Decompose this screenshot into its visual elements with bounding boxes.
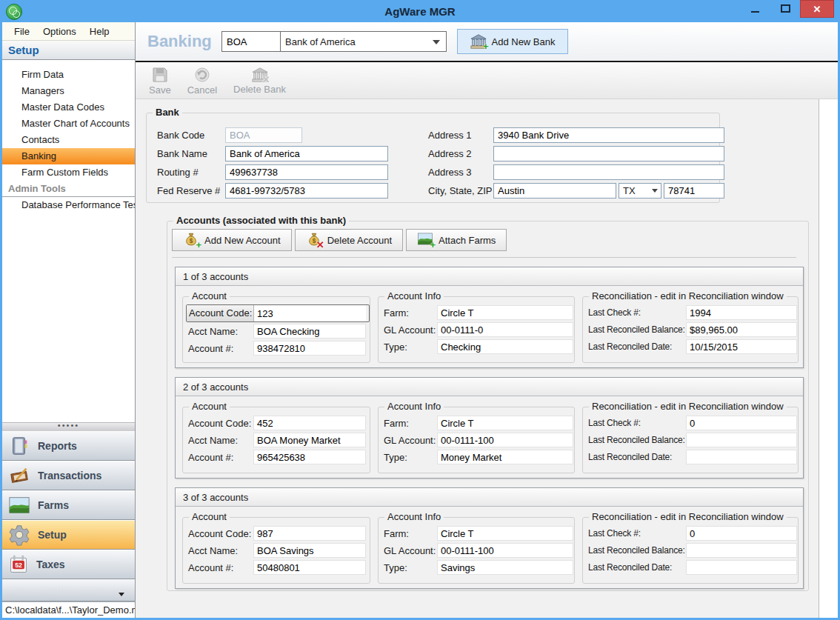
sidebar-item-database-performance-test[interactable]: Database Performance Test (2, 197, 135, 213)
nav-button-farms[interactable]: Farms (2, 490, 135, 520)
last-check-field[interactable] (686, 305, 797, 320)
menu-file[interactable]: File (8, 24, 36, 39)
cancel-button[interactable]: Cancel (181, 64, 223, 97)
maximize-button[interactable] (770, 0, 800, 18)
save-label: Save (149, 84, 171, 96)
type-field[interactable] (437, 560, 573, 575)
account-code-field[interactable] (254, 305, 366, 321)
save-button[interactable]: Save (143, 64, 177, 97)
sidebar-item-managers[interactable]: Managers (2, 83, 135, 99)
type-label: Type: (384, 452, 437, 463)
account-panel-3: 3 of 3 accounts Account Account Code: (175, 487, 804, 589)
menu-help[interactable]: Help (84, 24, 116, 39)
add-new-account-button[interactable]: $ + Add New Account (172, 229, 292, 251)
nav-button-setup[interactable]: Setup (2, 520, 135, 550)
sidebar-item-banking[interactable]: Banking (2, 148, 135, 164)
bank-name-label: Bank Name (157, 148, 225, 159)
reconciliation-group-label: Reconciliation - edit in Reconciliation … (589, 511, 787, 522)
sidebar-item-firm-data[interactable]: Firm Data (2, 67, 135, 83)
account-groupbox: Account Account Code: Acct Name: (182, 517, 370, 584)
last-reconciled-balance-label: Last Reconciled Balance: (588, 435, 684, 445)
last-reconciled-date-field[interactable] (686, 339, 797, 354)
delete-bank-button[interactable]: ✕ Delete Bank (227, 65, 292, 96)
zip-field[interactable] (664, 183, 724, 199)
acct-name-label: Acct Name: (188, 326, 253, 337)
minimize-button[interactable] (741, 0, 770, 18)
nav-button-taxes[interactable]: 52 Taxes (2, 550, 135, 579)
routing-number-label: Routing # (157, 167, 225, 178)
acct-name-field[interactable] (253, 433, 366, 447)
type-field[interactable] (437, 450, 573, 464)
bank-form-left-column: Bank Code Bank Name Routing # (157, 127, 388, 199)
account-code-label: Account Code: (188, 418, 253, 429)
scrollbar-gutter (819, 99, 838, 618)
farm-label: Farm: (384, 528, 437, 539)
farm-field[interactable] (437, 526, 573, 541)
type-field[interactable] (437, 339, 573, 354)
sidebar-list: Firm Data Managers Master Data Codes Mas… (2, 60, 135, 422)
nav-button-transactions[interactable]: Transactions (2, 461, 135, 490)
state-dropdown[interactable]: TX (619, 183, 661, 199)
transactions-ledger-icon (8, 464, 30, 487)
address3-field[interactable] (493, 164, 724, 180)
gl-account-field[interactable] (437, 543, 573, 558)
farms-landscape-icon (8, 496, 30, 515)
menu-options[interactable]: Options (37, 24, 82, 39)
last-reconciled-balance-field[interactable] (686, 322, 797, 337)
acct-name-field[interactable] (253, 543, 366, 558)
bank-code-quick-input[interactable] (221, 31, 281, 52)
accounts-button-bar: $ + Add New Account $ (172, 229, 796, 258)
routing-number-field[interactable] (225, 164, 388, 180)
close-button[interactable]: ✕ (800, 0, 834, 18)
last-reconciled-balance-field[interactable] (686, 433, 797, 447)
accounts-groupbox: Accounts (associated with this bank) $ + (167, 221, 809, 591)
nav-button-reports[interactable]: Reports (2, 431, 135, 461)
last-reconciled-date-field[interactable] (686, 450, 797, 464)
account-number-field[interactable] (253, 341, 366, 356)
address1-field[interactable] (493, 127, 724, 143)
delete-account-button[interactable]: $ ✕ Delete Account (295, 229, 403, 251)
city-field[interactable] (493, 183, 616, 199)
farm-field[interactable] (437, 305, 573, 320)
farm-field[interactable] (437, 416, 573, 430)
fed-reserve-label: Fed Reserve # (157, 185, 225, 196)
last-reconciled-date-field[interactable] (686, 560, 797, 575)
sidebar-item-master-data-codes[interactable]: Master Data Codes (2, 99, 135, 116)
sidebar-item-contacts[interactable]: Contacts (2, 132, 135, 148)
nav-overflow-row[interactable] (2, 579, 135, 601)
account-group-label: Account (189, 511, 230, 522)
last-check-field[interactable] (686, 416, 797, 430)
attach-farms-button[interactable]: + Attach Farms (406, 229, 507, 251)
acct-name-field[interactable] (253, 324, 366, 339)
nav-button-label: Setup (38, 529, 67, 541)
sidebar-item-farm-custom-fields[interactable]: Farm Custom Fields (2, 164, 135, 181)
bank-name-field[interactable] (225, 146, 388, 161)
last-reconciled-balance-field[interactable] (686, 543, 797, 558)
account-panel-2: 2 of 3 accounts Account Account Code: (175, 377, 804, 479)
gl-account-field[interactable] (437, 322, 573, 337)
account-code-row-selected[interactable]: Account Code: (186, 304, 370, 322)
fed-reserve-field[interactable] (225, 183, 388, 199)
gl-account-field[interactable] (437, 433, 573, 447)
state-value: TX (623, 185, 636, 196)
account-info-group-label: Account Info (384, 290, 444, 301)
account-code-field[interactable] (253, 416, 366, 430)
account-number-field[interactable] (253, 560, 366, 575)
close-icon: ✕ (813, 4, 821, 15)
account-groupbox: Account Account Code: Acct Name: (182, 296, 370, 363)
status-bar: C:\localdata\f...\Taylor_Demo.mdb (2, 601, 135, 618)
chevron-down-icon (433, 40, 440, 44)
reconciliation-group-label: Reconciliation - edit in Reconciliation … (589, 290, 787, 301)
account-number-field[interactable] (253, 450, 366, 464)
last-check-field[interactable] (686, 526, 797, 541)
sidebar-item-master-chart-of-accounts[interactable]: Master Chart of Accounts (2, 116, 135, 132)
address2-field[interactable] (493, 146, 724, 161)
cancel-label: Cancel (187, 84, 217, 96)
app-window: AgWare MGR ✕ File Options Help Setup Fir… (0, 0, 840, 620)
sidebar-splitter-handle[interactable]: ••••• (2, 422, 135, 431)
last-check-label: Last Check #: (588, 528, 684, 539)
farm-label: Farm: (384, 307, 437, 319)
bank-select-dropdown[interactable]: Bank of America (281, 31, 447, 52)
account-code-field[interactable] (253, 526, 366, 541)
add-new-bank-button[interactable]: + Add New Bank (457, 29, 568, 54)
